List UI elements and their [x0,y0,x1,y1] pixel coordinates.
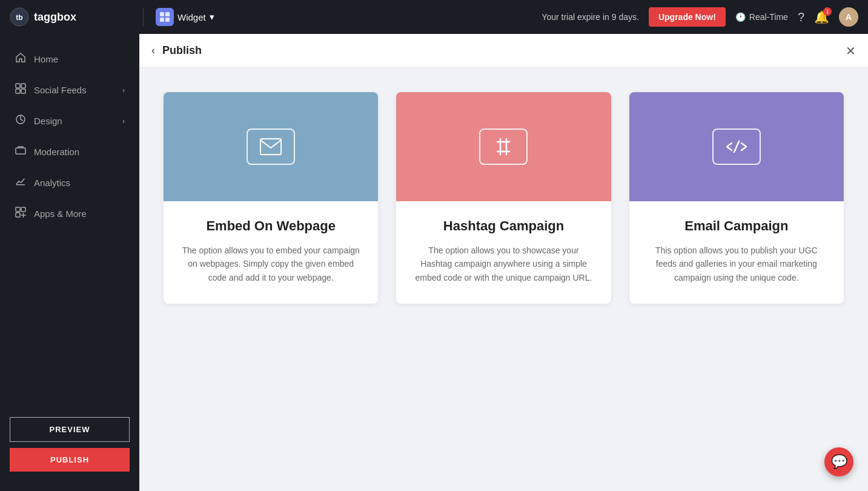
embed-card-body: Embed On Webpage The option allows you t… [164,201,378,304]
realtime-label: Real-Time [749,12,788,22]
sidebar-item-moderation[interactable]: Moderation [0,136,139,167]
analytics-icon [15,176,27,190]
code-icon [723,137,750,156]
cards-container: Embed On Webpage The option allows you t… [139,68,868,491]
email-card-title: Email Campaign [646,218,827,234]
chevron-down-icon: ▾ [210,12,214,22]
svg-rect-2 [160,12,164,16]
embed-card-title: Embed On Webpage [181,218,361,234]
notification-button[interactable]: 🔔 1 [814,10,829,24]
svg-rect-4 [160,18,164,22]
sidebar-item-label-analytics: Analytics [34,178,70,188]
chevron-right-icon-design: › [122,117,125,125]
sidebar-item-label-design: Design [34,116,62,126]
sidebar-nav: Home Social Feeds › [0,44,139,407]
sidebar-item-design[interactable]: Design › [0,105,139,136]
svg-rect-6 [16,84,20,88]
widget-label: Widget [177,12,206,22]
svg-rect-11 [16,148,25,154]
embed-card-desc: The option allows you to embed your camp… [181,244,361,284]
header-right: Your trial expire in 9 days. Upgrade Now… [542,7,858,27]
home-icon [15,52,27,66]
hashtag-card-desc: The option allows you to showcase your H… [413,244,594,284]
sidebar-item-label-moderation: Moderation [34,147,79,157]
svg-text:tb: tb [16,13,22,22]
sidebar-item-analytics[interactable]: Analytics [0,167,139,198]
notification-badge: 1 [823,7,832,16]
svg-rect-16 [260,139,281,155]
realtime-button[interactable]: 🕐 Real-Time [735,12,788,22]
content-area: ‹ Publish ✕ Embed On Webpage The [139,34,868,491]
upgrade-button[interactable]: Upgrade Now! [649,7,726,27]
header-divider [143,8,144,26]
embed-card-image [164,92,378,201]
hashtag-campaign-card[interactable]: Hashtag Campaign The option allows you t… [396,92,611,304]
main-layout: Home Social Feeds › [0,34,868,491]
avatar[interactable]: A [839,7,858,27]
hashtag-icon-box [479,129,528,165]
sidebar-item-apps-more[interactable]: Apps & More [0,198,139,229]
svg-rect-12 [16,184,25,185]
logo-icon: tb [10,7,29,27]
publish-header: ‹ Publish ✕ [139,34,868,68]
embed-webpage-card[interactable]: Embed On Webpage The option allows you t… [164,92,378,304]
chevron-right-icon: › [122,86,125,95]
svg-rect-15 [16,213,20,217]
social-feeds-icon [15,83,27,97]
sidebar: Home Social Feeds › [0,34,139,491]
email-campaign-card[interactable]: Email Campaign This option allows you to… [629,92,844,304]
hashtag-card-title: Hashtag Campaign [413,218,594,234]
design-icon [15,114,27,128]
email-icon-box [712,129,761,165]
embed-icon-box [247,129,295,165]
widget-icon [156,8,174,26]
svg-rect-9 [21,89,25,93]
svg-rect-8 [16,89,20,93]
svg-rect-14 [21,207,25,212]
chat-bubble-icon: 💬 [831,454,847,470]
logo-text: taggbox [34,11,76,24]
svg-rect-3 [165,12,170,16]
publish-title: Publish [162,44,202,57]
logo: tb taggbox [10,7,131,27]
trial-text: Your trial expire in 9 days. [542,12,639,22]
hashtag-card-body: Hashtag Campaign The option allows you t… [396,201,611,304]
sidebar-item-label-apps-more: Apps & More [34,209,87,219]
preview-button[interactable]: PREVIEW [10,417,130,442]
sidebar-item-home[interactable]: Home [0,44,139,75]
email-card-image [629,92,844,201]
hashtag-icon [492,136,514,158]
svg-rect-7 [21,84,25,88]
svg-rect-13 [16,207,20,212]
publish-button[interactable]: PUBLISH [10,448,130,472]
chat-bubble-button[interactable]: 💬 [824,447,853,476]
moderation-icon [15,145,27,159]
back-button[interactable]: ‹ [151,44,155,57]
email-card-desc: This option allows you to publish your U… [646,244,827,284]
widget-selector[interactable]: Widget ▾ [156,8,214,26]
hashtag-card-image [396,92,611,201]
top-header: tb taggbox Widget ▾ Your trial expire in… [0,0,868,34]
sidebar-item-social-feeds[interactable]: Social Feeds › [0,75,139,105]
envelope-icon [260,138,282,155]
sidebar-footer: PREVIEW PUBLISH [0,407,139,481]
close-button[interactable]: ✕ [846,44,856,58]
email-card-body: Email Campaign This option allows you to… [629,201,844,304]
sidebar-item-label-social-feeds: Social Feeds [34,85,87,95]
help-button[interactable]: ? [798,10,804,24]
sidebar-item-label-home: Home [34,54,58,64]
svg-rect-5 [165,18,170,22]
clock-icon: 🕐 [735,12,746,22]
apps-more-icon [15,207,27,221]
